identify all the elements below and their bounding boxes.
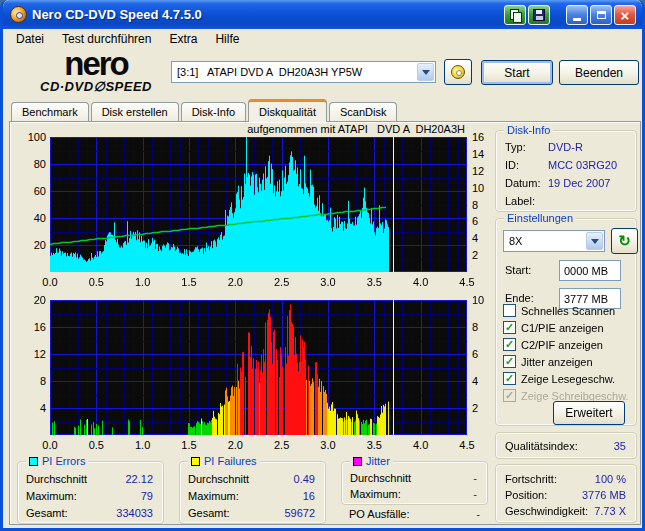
x-axis-tick-label: 1.5 <box>172 276 206 288</box>
checkbox-icon[interactable]: ✓ <box>503 355 516 368</box>
speed-select-dropdown-button[interactable] <box>586 232 603 250</box>
refresh-icon: ↻ <box>618 232 631 250</box>
pi-errors-chart <box>50 137 467 272</box>
maximize-button[interactable] <box>590 5 612 25</box>
chevron-down-icon <box>591 239 599 244</box>
po-failures-value: - <box>403 508 480 520</box>
speed-value: 7.73 X <box>594 505 626 517</box>
title-bar[interactable]: Nero CD-DVD Speed 4.7.5.0 × <box>3 0 642 29</box>
pie-total-value: 334033 <box>116 507 153 519</box>
quality-index-group: Qualitätsindex: 35 <box>495 432 637 459</box>
pi-failures-legend-swatch <box>191 457 200 466</box>
x-axis-tick-label: 0.5 <box>79 276 113 288</box>
checkbox-c1-pie-anzeigen[interactable]: ✓ C1/PIE anzeigen <box>503 321 604 334</box>
checkbox-schnelles-scannen[interactable]: Schnelles Scannen <box>503 304 615 317</box>
x-axis-tick-label: 4.0 <box>404 276 438 288</box>
jitter-max-value: - <box>473 488 477 500</box>
drive-selector-dropdown-button[interactable] <box>417 63 434 81</box>
checkbox-icon[interactable]: ✓ <box>503 338 516 351</box>
pif-avg-value: 0.49 <box>294 473 315 485</box>
disk-label-label: Label: <box>505 195 535 207</box>
checkbox-icon[interactable]: ✓ <box>503 372 516 385</box>
menu-extra[interactable]: Extra <box>160 30 206 48</box>
minimize-icon <box>573 18 581 21</box>
pi-errors-legend-swatch <box>29 457 38 466</box>
cddvdspeed-logo-text: CD·DVD∅SPEED <box>27 79 165 94</box>
x-axis-tick-label: 3.0 <box>311 276 345 288</box>
y-axis-tick-label: 60 <box>16 185 46 197</box>
tab-benchmark[interactable]: Benchmark <box>11 102 89 122</box>
jitter-stats-group: Jitter Durchschnitt - Maximum: - <box>341 461 488 505</box>
disk-info-group: Disk-Info Typ: DVD-R ID: MCC 03RG20 Datu… <box>495 130 637 212</box>
scan-start-input[interactable] <box>559 260 621 281</box>
tab-diskqualitaet[interactable]: Diskqualität <box>248 99 327 122</box>
menu-datei[interactable]: Datei <box>7 30 53 48</box>
x-axis-tick-label: 1.0 <box>126 439 160 451</box>
y-axis-tick-label: 12 <box>16 348 46 360</box>
x-axis-tick-label: 3.5 <box>357 439 391 451</box>
jitter-avg-label: Durchschnitt <box>350 472 411 484</box>
copy-button[interactable] <box>504 5 526 25</box>
disk-typ-value: DVD-R <box>548 141 583 153</box>
checkbox-icon: ✓ <box>503 389 516 402</box>
quality-index-value: 35 <box>614 440 626 452</box>
nero-logo: nero CD·DVD∅SPEED <box>27 50 165 94</box>
y-axis-tick-label: 4 <box>16 402 46 414</box>
quit-button[interactable]: Beenden <box>559 60 639 85</box>
y-axis-tick-label: 8 <box>16 375 46 387</box>
x-axis-tick-label: 2.5 <box>265 276 299 288</box>
maximize-icon <box>597 11 606 19</box>
y-axis-tick-label: 20 <box>16 294 46 306</box>
disk-datum-value: 19 Dec 2007 <box>548 177 610 189</box>
y-axis-tick-label: 20 <box>16 239 46 251</box>
refresh-button[interactable]: ↻ <box>611 228 638 254</box>
disk-typ-label: Typ: <box>505 141 526 153</box>
checkbox-c2-pif-anzeigen[interactable]: ✓ C2/PIF anzeigen <box>503 338 603 351</box>
app-icon <box>10 6 27 23</box>
window-title: Nero CD-DVD Speed 4.7.5.0 <box>32 7 202 22</box>
close-icon: × <box>621 8 630 23</box>
x-axis-tick-label: 0.5 <box>79 439 113 451</box>
close-button[interactable]: × <box>614 5 636 25</box>
tab-disk-erstellen[interactable]: Disk erstellen <box>91 102 179 122</box>
jitter-avg-value: - <box>473 472 477 484</box>
pif-avg-label: Durchschnitt <box>188 473 249 485</box>
disk-id-label: ID: <box>505 159 519 171</box>
disk-id-value: MCC 03RG20 <box>548 159 617 171</box>
checkbox-zeige-lesegeschw[interactable]: ✓ Zeige Lesegeschw. <box>503 372 615 385</box>
pie-max-label: Maximum: <box>26 490 77 502</box>
chart-header-text: aufgenommen mit ATAPI DVD A DH20A3H <box>143 123 465 135</box>
advanced-button[interactable]: Erweitert <box>553 401 625 425</box>
pie-avg-value: 22.12 <box>125 473 153 485</box>
pif-total-label: Gesamt: <box>188 507 230 519</box>
x-axis-tick-label: 2.5 <box>265 439 299 451</box>
jitter-legend-swatch <box>353 457 362 466</box>
settings-title: Einstellungen <box>507 212 573 224</box>
disc-icon <box>451 65 465 79</box>
jitter-max-label: Maximum: <box>350 488 401 500</box>
minimize-button[interactable] <box>566 5 588 25</box>
tab-bar: Benchmark Disk erstellen Disk-Info Diskq… <box>11 99 399 122</box>
speed-label: Geschwindigkeit: <box>505 505 588 517</box>
checkbox-icon[interactable] <box>503 304 516 317</box>
x-axis-tick-label: 2.0 <box>218 276 252 288</box>
tab-scandisk[interactable]: ScanDisk <box>329 102 397 122</box>
tab-disk-info[interactable]: Disk-Info <box>181 102 246 122</box>
y-axis-tick-label: 40 <box>16 212 46 224</box>
eject-disc-button[interactable] <box>444 59 472 85</box>
pie-max-value: 79 <box>141 490 153 502</box>
y-axis-tick-label: 100 <box>16 131 46 143</box>
save-button[interactable] <box>528 5 550 25</box>
checkbox-jitter-anzeigen[interactable]: ✓ Jitter anzeigen <box>503 355 593 368</box>
position-value: 3776 MB <box>582 489 626 501</box>
drive-selector[interactable]: [3:1] ATAPI DVD A DH20A3H YP5W <box>171 61 436 83</box>
x-axis-tick-label: 2.0 <box>218 439 252 451</box>
start-button[interactable]: Start <box>481 60 553 85</box>
pie-avg-label: Durchschnitt <box>26 473 87 485</box>
pi-failures-group-title: PI Failures <box>204 455 257 467</box>
pi-errors-group-title: PI Errors <box>42 455 85 467</box>
menu-hilfe[interactable]: Hilfe <box>206 30 248 48</box>
speed-select[interactable]: 8X <box>503 230 605 252</box>
x-axis-tick-label: 4.5 <box>450 439 484 451</box>
checkbox-icon[interactable]: ✓ <box>503 321 516 334</box>
